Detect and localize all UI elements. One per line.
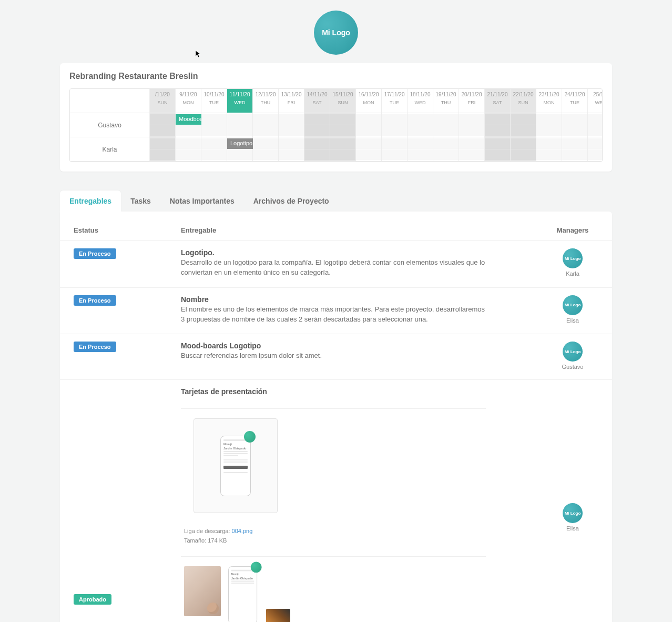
deliverable-title: Mood-boards Logotipo	[181, 342, 528, 350]
deliverables-table: Estatus Entregable Managers En ProcesoLo…	[60, 221, 612, 622]
gantt-cell[interactable]	[408, 113, 433, 137]
manager-name: Gustavo	[538, 364, 607, 370]
gantt-cell[interactable]	[511, 113, 536, 137]
gantt-chart[interactable]: /11/20SUN9/11/20MON10/11/20TUE11/11/20WE…	[69, 88, 603, 162]
attachment-thumbnail[interactable]: Momiji Jardín Obispado	[194, 418, 278, 513]
gantt-cell[interactable]	[201, 137, 227, 162]
gantt-date-header: 9/11/20MON	[176, 89, 201, 113]
gantt-date-header: 23/11/20MON	[536, 89, 562, 113]
gantt-date-header: 17/11/20TUE	[382, 89, 408, 113]
deliverables-panel: Estatus Entregable Managers En ProcesoLo…	[60, 212, 612, 622]
phone-mockup-icon: Momiji Jardín Obispado	[228, 566, 257, 622]
gantt-date-header: 15/11/20SUN	[330, 89, 356, 113]
gantt-cell[interactable]	[227, 113, 253, 137]
attachment-size-line: Tamaño: 174 KB	[184, 537, 486, 544]
gantt-cell[interactable]	[588, 137, 603, 162]
gantt-date-header: 13/11/20FRI	[279, 89, 304, 113]
gantt-cell[interactable]	[330, 113, 356, 137]
gantt-cell[interactable]	[511, 137, 536, 162]
divider	[181, 556, 486, 557]
gantt-date-header: 24/11/20TUE	[562, 89, 588, 113]
gantt-cell[interactable]	[304, 137, 330, 162]
gantt-cell[interactable]	[304, 113, 330, 137]
gantt-cell[interactable]	[330, 137, 356, 162]
brand-logo: Mi Logo	[314, 11, 358, 55]
gantt-cell[interactable]	[253, 113, 279, 137]
tab-notas[interactable]: Notas Importantes	[160, 190, 244, 212]
download-link[interactable]: 004.png	[232, 528, 253, 534]
photo-mock-icon	[184, 566, 221, 616]
gantt-cell[interactable]	[382, 113, 408, 137]
gantt-date-header: 18/11/20WED	[408, 89, 433, 113]
table-row: En ProcesoMood-boards LogotipoBuscar ref…	[60, 334, 612, 380]
table-row: En ProcesoNombreEl nombre es uno de los …	[60, 287, 612, 334]
avatar[interactable]: Mi Logo	[563, 295, 583, 315]
tab-archivos[interactable]: Archivos de Proyecto	[244, 190, 339, 212]
logo-header: Mi Logo	[60, 0, 612, 63]
gantt-cell[interactable]	[433, 113, 459, 137]
gantt-row-label: Gustavo	[70, 113, 150, 137]
col-deliverable: Entregable	[176, 221, 533, 241]
deliverable-desc: Desarrollo de un logotipo para la compañ…	[181, 258, 486, 278]
avatar[interactable]: Mi Logo	[563, 342, 583, 362]
gantt-date-header: 21/11/20SAT	[485, 89, 511, 113]
gantt-cell[interactable]	[382, 137, 408, 162]
gantt-cell[interactable]	[562, 137, 588, 162]
deliverable-title: Nombre	[181, 295, 528, 304]
tab-tasks[interactable]: Tasks	[121, 190, 160, 212]
tab-bar: Entregables Tasks Notas Importantes Arch…	[60, 190, 612, 212]
col-status: Estatus	[60, 221, 176, 241]
avatar[interactable]: Mi Logo	[563, 248, 583, 268]
gantt-cell[interactable]	[279, 113, 304, 137]
gantt-cell[interactable]: Logotipo Breslin	[227, 137, 253, 162]
gantt-date-header: /11/20SUN	[150, 89, 176, 113]
gantt-cell[interactable]	[485, 137, 511, 162]
project-title: Rebranding Restaurante Breslin	[69, 72, 603, 81]
gantt-cell[interactable]	[279, 137, 304, 162]
gantt-cell[interactable]	[253, 137, 279, 162]
gantt-cell[interactable]	[485, 113, 511, 137]
gantt-date-header: 25/11/WED	[588, 89, 603, 113]
deliverable-desc: Buscar referencias lorem ipsum dolor sit…	[181, 351, 486, 361]
status-badge: En Proceso	[74, 248, 116, 259]
attachment-download-line: Liga de descarga: 004.png	[184, 528, 486, 534]
image-strip-icon	[266, 609, 290, 622]
gantt-cell[interactable]	[459, 113, 485, 137]
status-dot-icon	[251, 562, 262, 573]
gantt-cell[interactable]	[150, 137, 176, 162]
phone-mockup-icon: Momiji Jardín Obispado	[220, 436, 251, 496]
gantt-date-header: 16/11/20MON	[356, 89, 382, 113]
gantt-card: Rebranding Restaurante Breslin /11/20SUN…	[60, 63, 612, 172]
tab-entregables[interactable]: Entregables	[60, 190, 121, 212]
gantt-cell[interactable]	[562, 113, 588, 137]
attachment-thumbnail[interactable]: Momiji Jardín Obispado	[184, 566, 486, 622]
gantt-date-header: 22/11/20SUN	[511, 89, 536, 113]
gantt-cell[interactable]: Moodboard de Breslin	[176, 113, 201, 137]
gantt-date-header: 14/11/20SAT	[304, 89, 330, 113]
manager-name: Elisa	[538, 317, 607, 324]
status-badge: En Proceso	[74, 295, 116, 306]
avatar[interactable]: Mi Logo	[563, 503, 583, 523]
gantt-cell[interactable]	[356, 137, 382, 162]
deliverable-title: Logotipo.	[181, 248, 528, 257]
gantt-cell[interactable]	[433, 137, 459, 162]
status-badge: En Proceso	[74, 342, 116, 352]
gantt-date-header: 19/11/20THU	[433, 89, 459, 113]
gantt-date-header: 10/11/20TUE	[201, 89, 227, 113]
deliverable-desc: El nombre es uno de los elementos de mar…	[181, 305, 486, 325]
gantt-date-header: 20/11/20FRI	[459, 89, 485, 113]
gantt-cell[interactable]	[536, 137, 562, 162]
gantt-cell[interactable]	[176, 137, 201, 162]
table-row: Aprobado Tarjetas de presentación Momiji	[60, 380, 612, 622]
col-managers: Managers	[533, 221, 612, 241]
gantt-cell[interactable]	[459, 137, 485, 162]
gantt-cell[interactable]	[356, 113, 382, 137]
gantt-date-header: 12/11/20THU	[253, 89, 279, 113]
gantt-cell[interactable]	[150, 113, 176, 137]
manager-name: Elisa	[538, 525, 607, 531]
gantt-cell[interactable]	[588, 113, 603, 137]
gantt-cell[interactable]	[201, 113, 227, 137]
gantt-cell[interactable]	[408, 137, 433, 162]
gantt-date-header: 11/11/20WED	[227, 89, 253, 113]
gantt-cell[interactable]	[536, 113, 562, 137]
